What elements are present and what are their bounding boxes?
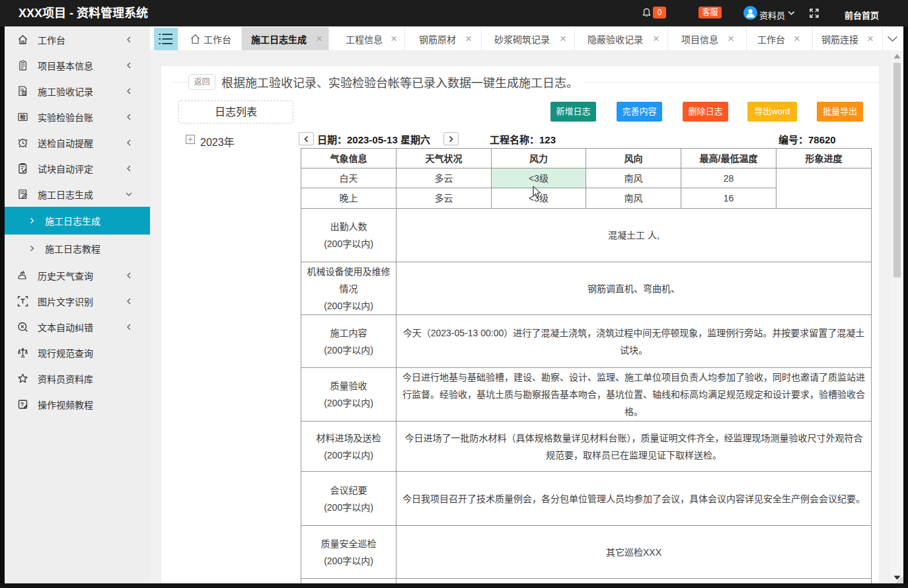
svg-text:?: ? — [20, 401, 24, 408]
svg-text:检: 检 — [20, 114, 26, 120]
